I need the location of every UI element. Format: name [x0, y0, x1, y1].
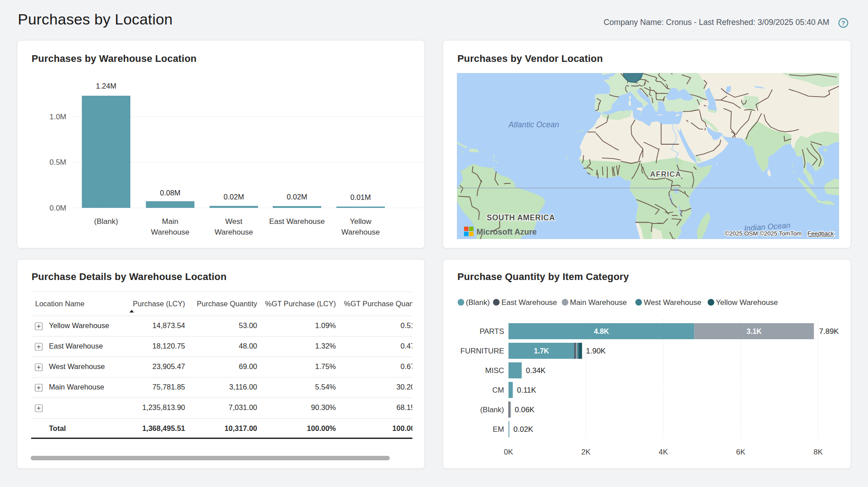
svg-text:0.02K: 0.02K — [513, 425, 533, 434]
svg-text:0.0M: 0.0M — [49, 204, 66, 212]
svg-text:(Blank): (Blank) — [466, 298, 490, 307]
svg-text:PARTS: PARTS — [480, 327, 504, 336]
svg-text:7.89K: 7.89K — [819, 327, 839, 336]
svg-text:Warehouse: Warehouse — [214, 228, 253, 236]
svg-text:East Warehouse: East Warehouse — [501, 298, 557, 307]
svg-text:(Blank): (Blank) — [480, 406, 504, 414]
svg-text:4.8K: 4.8K — [594, 328, 609, 335]
svg-text:Main Warehouse: Main Warehouse — [570, 298, 627, 307]
svg-text:(Blank): (Blank) — [94, 217, 118, 226]
svg-text:1.90K: 1.90K — [586, 347, 606, 355]
svg-text:West Warehouse: West Warehouse — [644, 298, 701, 307]
svg-text:8K: 8K — [814, 448, 823, 456]
svg-text:Main: Main — [162, 217, 178, 226]
svg-text:Warehouse: Warehouse — [341, 228, 379, 236]
svg-text:0.06K: 0.06K — [515, 406, 535, 414]
svg-text:0.02M: 0.02M — [287, 193, 307, 201]
svg-text:AFRICA: AFRICA — [650, 170, 681, 179]
svg-text:1.0M: 1.0M — [49, 113, 66, 121]
svg-text:0.11K: 0.11K — [517, 386, 537, 394]
svg-text:Feedback: Feedback — [807, 230, 834, 237]
svg-text:3.1K: 3.1K — [747, 328, 762, 335]
svg-text:West: West — [225, 217, 242, 226]
svg-text:East Warehouse: East Warehouse — [269, 217, 325, 226]
svg-text:0.34K: 0.34K — [526, 366, 546, 375]
svg-text:EM: EM — [493, 425, 505, 434]
svg-text:0.5M: 0.5M — [49, 158, 66, 166]
svg-text:MISC: MISC — [485, 366, 505, 375]
svg-text:1.24M: 1.24M — [96, 82, 117, 90]
svg-text:Atlantic Ocean: Atlantic Ocean — [508, 120, 559, 129]
svg-text:Warehouse: Warehouse — [151, 228, 189, 236]
svg-text:0.08M: 0.08M — [160, 189, 181, 197]
svg-text:0.01M: 0.01M — [351, 193, 371, 201]
svg-text:4K: 4K — [659, 448, 668, 456]
svg-text:0.02M: 0.02M — [224, 193, 244, 201]
svg-text:1.7K: 1.7K — [534, 347, 549, 355]
svg-text:2K: 2K — [581, 448, 591, 456]
svg-text:Yellow: Yellow — [350, 217, 371, 226]
svg-text:?: ? — [841, 20, 845, 27]
svg-text:Microsoft Azure: Microsoft Azure — [476, 227, 537, 236]
svg-text:CM: CM — [493, 386, 504, 394]
svg-text:Yellow Warehouse: Yellow Warehouse — [716, 298, 778, 307]
svg-text:©2025 OSM ©2025 TomTom: ©2025 OSM ©2025 TomTom — [725, 230, 802, 237]
svg-text:SOUTH AMERICA: SOUTH AMERICA — [487, 213, 555, 222]
svg-text:0K: 0K — [504, 448, 513, 456]
svg-text:6K: 6K — [736, 448, 746, 456]
svg-text:FURNITURE: FURNITURE — [460, 347, 504, 355]
